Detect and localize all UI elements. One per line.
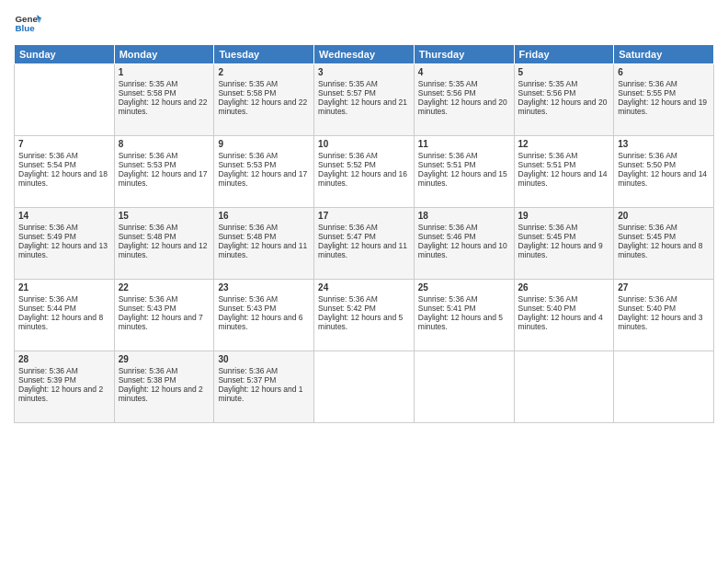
daylight-text: Daylight: 12 hours and 5 minutes. [418,313,510,331]
day-number: 2 [218,67,310,77]
daylight-text: Daylight: 12 hours and 12 minutes. [119,241,210,259]
day-number: 19 [518,211,610,221]
daylight-text: Daylight: 12 hours and 7 minutes. [119,313,210,331]
header-cell-sunday: Sunday [15,45,115,64]
day-cell: 12Sunrise: 5:36 AMSunset: 5:51 PMDayligh… [514,136,614,208]
day-cell: 25Sunrise: 5:36 AMSunset: 5:41 PMDayligh… [414,280,514,351]
sunset-text: Sunset: 5:58 PM [218,88,310,98]
sunset-text: Sunset: 5:47 PM [318,232,410,241]
sunrise-text: Sunrise: 5:36 AM [318,223,410,232]
daylight-text: Daylight: 12 hours and 10 minutes. [418,241,510,259]
logo: General Blue [14,9,41,37]
sunrise-text: Sunrise: 5:36 AM [618,223,710,232]
day-number: 15 [119,211,210,221]
header-row: SundayMondayTuesdayWednesdayThursdayFrid… [15,45,714,64]
week-row-1: 1Sunrise: 5:35 AMSunset: 5:58 PMDaylight… [15,64,714,136]
week-row-2: 7Sunrise: 5:36 AMSunset: 5:54 PMDaylight… [15,136,714,208]
day-cell: 5Sunrise: 5:35 AMSunset: 5:56 PMDaylight… [514,64,614,136]
day-cell: 18Sunrise: 5:36 AMSunset: 5:46 PMDayligh… [414,208,514,280]
sunset-text: Sunset: 5:37 PM [218,375,310,385]
daylight-text: Daylight: 12 hours and 11 minutes. [218,241,310,259]
day-number: 8 [119,139,210,149]
day-cell: 10Sunrise: 5:36 AMSunset: 5:52 PMDayligh… [314,136,415,208]
sunset-text: Sunset: 5:44 PM [18,304,110,313]
daylight-text: Daylight: 12 hours and 6 minutes. [218,313,310,331]
week-row-3: 14Sunrise: 5:36 AMSunset: 5:49 PMDayligh… [15,208,714,280]
day-number: 24 [318,282,410,293]
day-number: 17 [318,211,410,221]
sunrise-text: Sunrise: 5:36 AM [618,79,710,88]
sunset-text: Sunset: 5:53 PM [119,160,210,169]
day-number: 18 [418,211,510,221]
sunset-text: Sunset: 5:42 PM [318,304,410,313]
day-cell: 24Sunrise: 5:36 AMSunset: 5:42 PMDayligh… [314,280,415,351]
daylight-text: Daylight: 12 hours and 18 minutes. [18,169,110,188]
daylight-text: Daylight: 12 hours and 8 minutes. [618,241,710,259]
daylight-text: Daylight: 12 hours and 14 minutes. [518,169,610,188]
daylight-text: Daylight: 12 hours and 2 minutes. [18,385,110,403]
svg-text:Blue: Blue [16,23,36,33]
daylight-text: Daylight: 12 hours and 9 minutes. [518,241,610,259]
day-number: 23 [218,282,310,293]
day-cell: 28Sunrise: 5:36 AMSunset: 5:39 PMDayligh… [15,351,115,423]
day-cell: 26Sunrise: 5:36 AMSunset: 5:40 PMDayligh… [514,280,614,351]
day-number: 7 [18,139,110,149]
day-number: 30 [218,354,310,364]
header: General Blue [14,9,714,37]
day-cell [414,351,514,423]
sunrise-text: Sunrise: 5:35 AM [318,79,410,88]
day-number: 25 [418,282,510,293]
daylight-text: Daylight: 12 hours and 2 minutes. [119,385,210,403]
day-number: 1 [119,67,210,77]
header-cell-friday: Friday [514,45,614,64]
sunset-text: Sunset: 5:55 PM [618,88,710,98]
daylight-text: Daylight: 12 hours and 14 minutes. [618,169,710,188]
sunrise-text: Sunrise: 5:36 AM [18,223,110,232]
sunset-text: Sunset: 5:48 PM [119,232,210,241]
sunrise-text: Sunrise: 5:36 AM [119,151,210,160]
logo-icon: General Blue [14,9,41,37]
sunset-text: Sunset: 5:49 PM [18,232,110,241]
day-number: 6 [618,67,710,77]
sunset-text: Sunset: 5:39 PM [18,375,110,385]
day-cell: 13Sunrise: 5:36 AMSunset: 5:50 PMDayligh… [614,136,714,208]
day-number: 4 [418,67,510,77]
sunset-text: Sunset: 5:51 PM [518,160,610,169]
calendar-table: SundayMondayTuesdayWednesdayThursdayFrid… [14,44,714,423]
sunset-text: Sunset: 5:38 PM [119,375,210,385]
sunset-text: Sunset: 5:41 PM [418,304,510,313]
day-number: 16 [218,211,310,221]
day-cell: 23Sunrise: 5:36 AMSunset: 5:43 PMDayligh… [214,280,314,351]
sunrise-text: Sunrise: 5:36 AM [418,223,510,232]
day-number: 12 [518,139,610,149]
day-number: 14 [18,211,110,221]
day-number: 3 [318,67,410,77]
daylight-text: Daylight: 12 hours and 13 minutes. [18,241,110,259]
day-cell: 9Sunrise: 5:36 AMSunset: 5:53 PMDaylight… [214,136,314,208]
daylight-text: Daylight: 12 hours and 21 minutes. [318,98,410,116]
day-cell: 27Sunrise: 5:36 AMSunset: 5:40 PMDayligh… [614,280,714,351]
daylight-text: Daylight: 12 hours and 22 minutes. [218,98,310,116]
sunset-text: Sunset: 5:45 PM [618,232,710,241]
daylight-text: Daylight: 12 hours and 8 minutes. [18,313,110,331]
sunrise-text: Sunrise: 5:36 AM [18,294,110,304]
header-cell-tuesday: Tuesday [214,45,314,64]
sunrise-text: Sunrise: 5:36 AM [119,223,210,232]
calendar-page: General Blue SundayMondayTuesdayWednesda… [0,0,728,563]
day-cell [614,351,714,423]
header-cell-thursday: Thursday [414,45,514,64]
sunset-text: Sunset: 5:48 PM [218,232,310,241]
daylight-text: Daylight: 12 hours and 20 minutes. [518,98,610,116]
sunset-text: Sunset: 5:51 PM [418,160,510,169]
sunset-text: Sunset: 5:56 PM [418,88,510,98]
week-row-4: 21Sunrise: 5:36 AMSunset: 5:44 PMDayligh… [15,280,714,351]
daylight-text: Daylight: 12 hours and 3 minutes. [618,313,710,331]
daylight-text: Daylight: 12 hours and 16 minutes. [318,169,410,188]
sunset-text: Sunset: 5:56 PM [518,88,610,98]
sunrise-text: Sunrise: 5:36 AM [318,294,410,304]
daylight-text: Daylight: 12 hours and 20 minutes. [418,98,510,116]
header-cell-saturday: Saturday [614,45,714,64]
sunrise-text: Sunrise: 5:36 AM [518,151,610,160]
sunrise-text: Sunrise: 5:35 AM [218,79,310,88]
sunrise-text: Sunrise: 5:35 AM [119,79,210,88]
